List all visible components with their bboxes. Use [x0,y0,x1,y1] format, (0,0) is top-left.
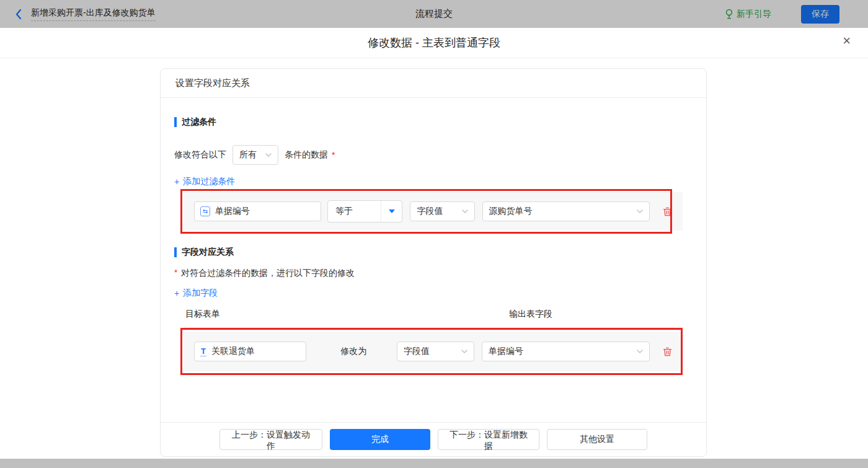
condition-mode-value: 所有 [239,149,265,161]
target-field-value: 关联退货单 [211,346,255,357]
mapping-value-type-value: 字段值 [404,346,461,357]
delete-condition-button[interactable] [662,206,673,217]
chevron-down-icon [637,350,643,353]
mapping-description: 对符合过滤条件的数据，进行以下字段的修改 [181,268,355,279]
filter-condition-row: ⇆ 单据编号 等于 字段值 [184,192,683,231]
section-marker-bar [174,247,177,257]
mapping-section-title: 字段对应关系 [174,247,693,258]
operator-value: 等于 [328,201,381,222]
condition-mode-row: 修改符合以下 所有 条件的数据 * [174,145,693,165]
caret-down-icon [381,201,402,222]
mapping-value-field-value: 单据编号 [489,346,637,357]
value-type-value: 字段值 [417,206,461,217]
mapping-row-wrap: T 关联退货单 修改为 字段值 [174,332,693,371]
next-step-button[interactable]: 下一步：设置新增数据 [438,429,539,450]
prev-step-button[interactable]: 上一步：设置触发动作 [219,429,322,450]
mapping-value-type-select[interactable]: 字段值 [397,342,474,361]
filter-field-value: 单据编号 [215,206,250,217]
value-field-value: 源购货单号 [489,206,637,217]
field-mapping-panel: 设置字段对应关系 过滤条件 修改符合以下 所有 条件的数据 * [160,68,707,457]
add-field-label: 添加字段 [183,288,218,299]
value-type-select[interactable]: 字段值 [410,201,474,221]
modal-title: 修改数据 - 主表到普通字段 [368,35,500,50]
mapping-section-label: 字段对应关系 [182,247,234,258]
close-icon[interactable]: × [843,34,851,48]
required-asterisk: * [332,150,335,160]
condition-prefix-label: 修改符合以下 [174,149,226,161]
target-form-column-header: 目标表单 [185,309,220,319]
panel-footer: 上一步：设置触发动作 完成 下一步：设置新增数据 其他设置 [161,422,706,456]
chevron-down-icon [637,210,643,213]
filter-section-title: 过滤条件 [174,117,693,128]
modify-to-label: 修改为 [340,346,371,357]
panel-header: 设置字段对应关系 [161,69,706,98]
trash-icon [662,206,673,217]
output-field-column-header: 输出表字段 [509,309,552,320]
text-field-icon: T [200,347,206,356]
mapping-column-headers: 目标表单 输出表字段 [184,309,683,328]
serial-number-field-icon: ⇆ [200,206,210,216]
required-asterisk: * [174,268,177,277]
value-field-select[interactable]: 源购货单号 [482,201,650,221]
delete-mapping-button[interactable] [662,347,673,357]
condition-mode-select[interactable]: 所有 [232,145,278,165]
add-filter-condition-label: 添加过滤条件 [183,176,235,187]
filter-condition-row-wrap: ⇆ 单据编号 等于 字段值 [174,192,693,231]
condition-suffix-label: 条件的数据 [285,149,328,161]
done-button[interactable]: 完成 [330,429,430,450]
trash-icon [662,347,673,357]
other-settings-button[interactable]: 其他设置 [547,429,647,450]
filter-section-label: 过滤条件 [182,117,216,128]
mapping-value-field-select[interactable]: 单据编号 [482,342,650,361]
plus-icon: + [174,177,179,187]
add-field-link[interactable]: + 添加字段 [174,288,218,299]
mapping-row: T 关联退货单 修改为 字段值 [184,332,683,371]
mapping-description-row: * 对符合过滤条件的数据，进行以下字段的修改 [174,268,693,279]
filter-field-input[interactable]: ⇆ 单据编号 [194,201,321,221]
section-marker-bar [174,117,177,127]
chevron-down-icon [461,350,467,353]
modal-header: 修改数据 - 主表到普通字段 × [0,28,868,58]
target-field-input[interactable]: T 关联退货单 [194,342,306,361]
chevron-down-icon [462,210,468,213]
add-filter-condition-link[interactable]: + 添加过滤条件 [174,176,235,187]
plus-icon: + [174,288,179,298]
operator-select[interactable]: 等于 [327,200,403,223]
chevron-down-icon [265,153,272,157]
modify-data-modal: 修改数据 - 主表到普通字段 × 设置字段对应关系 过滤条件 修改符合以下 所有 [0,28,868,459]
